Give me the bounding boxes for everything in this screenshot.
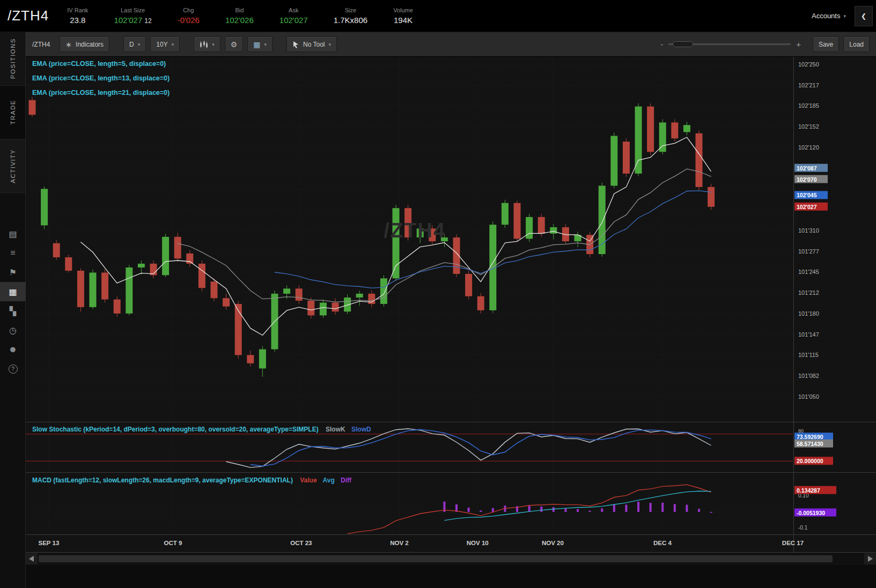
save-button[interactable]: Save (813, 36, 839, 52)
layout-grid-icon: ▦ (253, 40, 260, 49)
zoom-out-button[interactable]: - (660, 40, 663, 49)
zoom-slider[interactable] (668, 43, 791, 45)
trade-flag-icon[interactable]: ⚑ (0, 263, 26, 282)
svg-text:102'217: 102'217 (798, 82, 819, 88)
svg-text:OCT 23: OCT 23 (290, 540, 312, 546)
sidebar-tab-positions[interactable]: POSITIONS (0, 32, 25, 86)
load-button[interactable]: Load (843, 36, 870, 52)
svg-text:102'185: 102'185 (798, 102, 819, 109)
cursor-icon (292, 41, 299, 48)
drawing-tool-dropdown[interactable]: No Tool ▾ (286, 36, 337, 52)
svg-text:NOV 20: NOV 20 (542, 540, 564, 546)
zoom-in-button[interactable]: + (796, 40, 801, 49)
svg-text:101'147: 101'147 (798, 331, 819, 338)
svg-text:102'045: 102'045 (797, 192, 817, 198)
svg-text:DEC 17: DEC 17 (782, 540, 804, 546)
chart-svg[interactable]: 102'250102'217102'185102'152102'120101'3… (26, 57, 876, 588)
header-field: Chg-0'026 (178, 7, 200, 25)
dashboard-icon[interactable]: ▚ (0, 301, 26, 321)
svg-text:NOV 2: NOV 2 (390, 540, 409, 546)
header-field: Last Size102'02712 (114, 7, 151, 25)
toolbar-symbol: /ZTH4 (32, 41, 50, 48)
chevron-down-icon: ▾ (264, 42, 267, 47)
collapse-arrow-icon: ❮ (861, 12, 866, 20)
svg-text:-0.1: -0.1 (798, 525, 808, 531)
symbol-title: /ZTH4 (0, 8, 67, 24)
svg-text:0.134287: 0.134287 (797, 487, 820, 494)
header-field: Ask102'027 (279, 7, 308, 25)
svg-text:SEP 13: SEP 13 (39, 540, 60, 546)
header-field: Size1.7Kx806 (334, 7, 367, 25)
settings-button[interactable]: ⚙ (225, 36, 244, 52)
header-field: Volume194K (393, 7, 413, 25)
indicators-icon: ∗ (65, 41, 72, 48)
trading-app: /ZTH4 IV Rank23.8Last Size102'02712Chg-0… (0, 0, 876, 588)
svg-text:102'070: 102'070 (797, 176, 817, 183)
accounts-label: Accounts (812, 12, 840, 20)
svg-text:102'152: 102'152 (798, 123, 819, 130)
news-icon[interactable]: ▤ (0, 224, 26, 243)
chevron-down-icon: ▾ (212, 42, 215, 47)
collapse-panel-button[interactable]: ❮ (855, 6, 873, 26)
indicators-button[interactable]: ∗ Indicators (60, 36, 109, 52)
header-field: IV Rank23.8 (67, 7, 88, 25)
chevron-down-icon: ▾ (172, 42, 174, 47)
svg-text:102'250: 102'250 (798, 61, 819, 68)
svg-text:101'082: 101'082 (798, 373, 819, 379)
svg-text:OCT 9: OCT 9 (164, 540, 182, 546)
people-icon[interactable]: ☻ (0, 340, 26, 359)
quote-header: /ZTH4 IV Rank23.8Last Size102'02712Chg-0… (0, 0, 876, 32)
zoom-slider-thumb[interactable] (673, 41, 693, 47)
timeframe-dropdown[interactable]: D ▾ (123, 36, 146, 52)
chart-icon[interactable]: ▦ (0, 282, 26, 301)
svg-text:101'245: 101'245 (798, 269, 819, 275)
zoom-control: - + (660, 40, 801, 49)
svg-text:20.000000: 20.000000 (797, 458, 823, 464)
svg-text:101'180: 101'180 (798, 310, 819, 317)
sidebar-tab-activity[interactable]: ACTIVITY (0, 139, 25, 193)
left-sidebar: POSITIONSTRADEACTIVITY ▤≡⚑▦▚◷☻? (0, 32, 26, 588)
svg-text:-0.0051930: -0.0051930 (797, 510, 825, 516)
svg-text:DEC 4: DEC 4 (653, 540, 672, 546)
svg-text:102'120: 102'120 (798, 144, 819, 151)
svg-text:102'027: 102'027 (797, 204, 817, 210)
chart-style-dropdown[interactable]: ▾ (194, 36, 220, 52)
sidebar-tabs: POSITIONSTRADEACTIVITY (0, 32, 25, 193)
accounts-dropdown[interactable]: Accounts ▾ (812, 12, 846, 20)
chevron-down-icon: ▾ (843, 13, 846, 19)
chart-area: 102'250102'217102'185102'152102'120101'3… (26, 57, 876, 588)
range-dropdown[interactable]: 10Y ▾ (150, 36, 180, 52)
layout-dropdown[interactable]: ▦ ▾ (247, 36, 273, 52)
svg-text:101'310: 101'310 (798, 227, 819, 234)
list-icon[interactable]: ≡ (0, 243, 26, 263)
sidebar-tab-trade[interactable]: TRADE (0, 86, 25, 139)
chevron-down-icon: ▾ (138, 42, 141, 47)
svg-text:101'050: 101'050 (798, 393, 819, 400)
svg-text:101'277: 101'277 (798, 248, 819, 255)
header-field: Bid102'026 (225, 7, 254, 25)
chart-toolbar: /ZTH4 ∗ Indicators D ▾ 10Y ▾ ▾ ⚙ ▦ (26, 32, 876, 57)
svg-text:101'212: 101'212 (798, 289, 819, 296)
header-fields: IV Rank23.8Last Size102'02712Chg-0'026Bi… (67, 7, 413, 25)
hscroll-thumb (39, 555, 833, 562)
chevron-down-icon: ▾ (329, 42, 332, 47)
help-icon[interactable]: ? (0, 359, 26, 378)
svg-text:73.592690: 73.592690 (797, 434, 823, 440)
svg-text:NOV 10: NOV 10 (467, 540, 489, 546)
svg-text:102'087: 102'087 (797, 165, 817, 172)
svg-text:58.571430: 58.571430 (797, 441, 823, 447)
history-icon[interactable]: ◷ (0, 321, 26, 340)
gear-icon: ⚙ (231, 41, 238, 48)
svg-text:101'115: 101'115 (798, 352, 819, 358)
candlestick-style-icon (200, 41, 208, 48)
sidebar-icons: ▤≡⚑▦▚◷☻? (0, 224, 25, 378)
